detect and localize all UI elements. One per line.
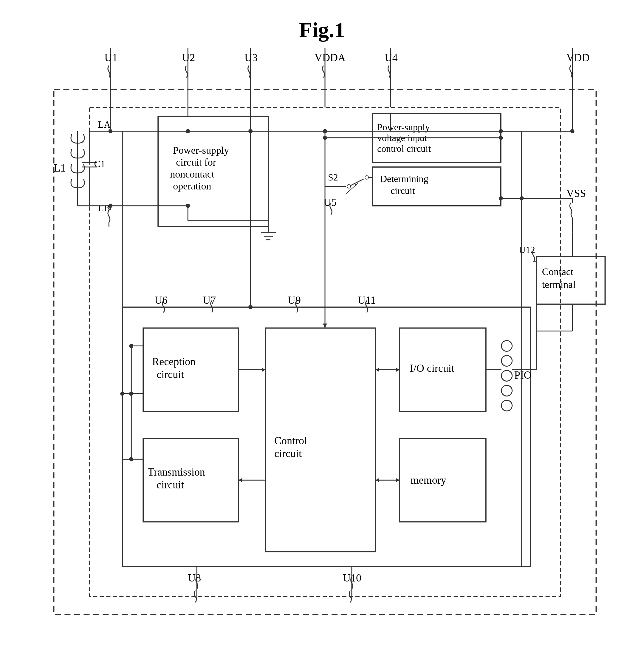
svg-point-45 [365,176,368,179]
label-pio: PIO [514,369,532,381]
label-transmission2: circuit [157,479,184,491]
svg-point-107 [129,457,133,461]
label-psvic3: control circuit [377,143,431,154]
label-u6: U6 [154,294,168,306]
diagram-container: U1 U2 U3 VDDA U4 VDD LA LB L1 [30,48,614,644]
label-vss: VSS [566,187,586,199]
svg-line-44 [351,179,364,185]
label-contact-terminal2: terminal [542,279,576,290]
label-l1: L1 [54,162,66,174]
svg-point-75 [502,355,512,366]
label-control1: Control [274,435,307,446]
label-reception2: circuit [157,368,184,380]
label-power-supply-noncontact4: operation [173,181,211,192]
svg-point-54 [323,136,327,140]
label-vdd: VDD [566,51,590,63]
label-u1: U1 [104,51,117,63]
svg-point-43 [347,185,351,188]
label-u7: U7 [203,294,216,306]
label-u3: U3 [245,51,257,63]
label-control2: circuit [274,447,302,459]
label-u4: U4 [384,51,398,63]
svg-point-76 [502,370,512,381]
label-u9: U9 [288,294,301,306]
svg-point-74 [502,341,512,351]
label-power-supply-noncontact: Power-supply [173,145,229,156]
svg-point-127 [248,305,253,309]
label-u8: U8 [188,572,201,584]
svg-marker-94 [323,324,327,328]
label-io: I/O circuit [410,362,454,374]
label-memory: memory [411,474,446,486]
label-la: LA [98,119,111,130]
svg-point-111 [186,129,190,133]
label-det1: Determining [380,173,428,184]
label-det2: circuit [391,185,415,196]
svg-point-39 [186,204,190,208]
label-c1: C1 [94,159,105,169]
svg-point-77 [502,385,512,396]
label-power-supply-noncontact3: noncontact [170,169,215,180]
label-transmission1: Transmission [147,466,205,478]
svg-point-121 [323,129,327,133]
label-contact-terminal1: Contact [542,266,574,277]
svg-rect-68 [122,307,530,567]
label-power-supply-noncontact2: circuit for [176,157,217,168]
label-reception1: Reception [152,355,195,367]
svg-line-60 [571,215,572,218]
label-s2: S2 [328,172,338,183]
page-title: Fig.1 [0,0,644,55]
svg-point-78 [502,400,512,411]
label-u11: U11 [358,294,376,306]
label-u2: U2 [182,51,195,63]
label-vdda: VDDA [315,51,346,63]
